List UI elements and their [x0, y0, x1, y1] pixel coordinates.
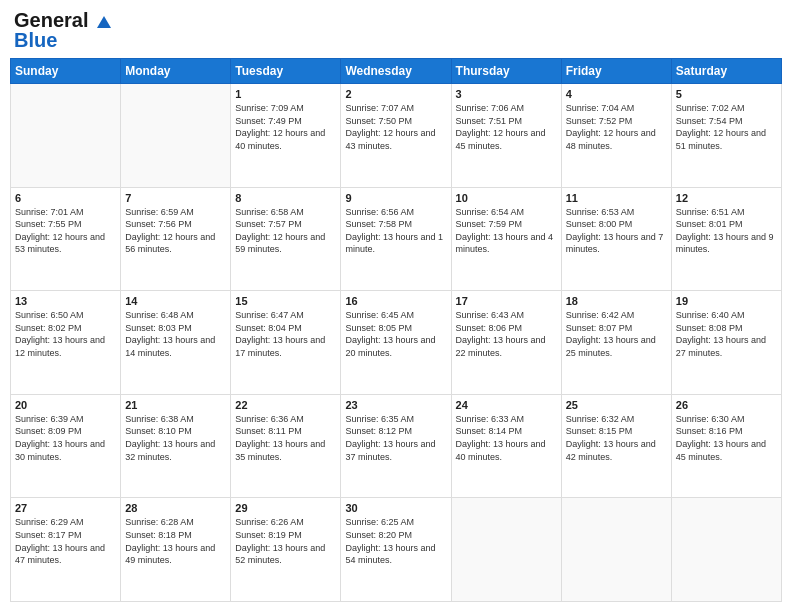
day-info: Sunrise: 6:39 AMSunset: 8:09 PMDaylight:… [15, 413, 116, 463]
calendar-cell: 8Sunrise: 6:58 AMSunset: 7:57 PMDaylight… [231, 187, 341, 291]
calendar-cell: 10Sunrise: 6:54 AMSunset: 7:59 PMDayligh… [451, 187, 561, 291]
week-row-4: 27Sunrise: 6:29 AMSunset: 8:17 PMDayligh… [11, 498, 782, 602]
day-info: Sunrise: 7:09 AMSunset: 7:49 PMDaylight:… [235, 102, 336, 152]
day-info: Sunrise: 6:32 AMSunset: 8:15 PMDaylight:… [566, 413, 667, 463]
day-number: 12 [676, 192, 777, 204]
day-info: Sunrise: 7:01 AMSunset: 7:55 PMDaylight:… [15, 206, 116, 256]
calendar-cell: 6Sunrise: 7:01 AMSunset: 7:55 PMDaylight… [11, 187, 121, 291]
weekday-row: SundayMondayTuesdayWednesdayThursdayFrid… [11, 59, 782, 84]
day-info: Sunrise: 6:50 AMSunset: 8:02 PMDaylight:… [15, 309, 116, 359]
day-info: Sunrise: 6:26 AMSunset: 8:19 PMDaylight:… [235, 516, 336, 566]
calendar-cell: 25Sunrise: 6:32 AMSunset: 8:15 PMDayligh… [561, 394, 671, 498]
calendar-cell: 26Sunrise: 6:30 AMSunset: 8:16 PMDayligh… [671, 394, 781, 498]
calendar-cell: 17Sunrise: 6:43 AMSunset: 8:06 PMDayligh… [451, 291, 561, 395]
day-number: 13 [15, 295, 116, 307]
page: General Blue SundayMondayTuesdayWednesda… [0, 0, 792, 612]
day-number: 16 [345, 295, 446, 307]
day-info: Sunrise: 6:53 AMSunset: 8:00 PMDaylight:… [566, 206, 667, 256]
logo-triangle-icon [97, 16, 111, 28]
calendar-cell: 28Sunrise: 6:28 AMSunset: 8:18 PMDayligh… [121, 498, 231, 602]
calendar-cell: 27Sunrise: 6:29 AMSunset: 8:17 PMDayligh… [11, 498, 121, 602]
day-info: Sunrise: 6:59 AMSunset: 7:56 PMDaylight:… [125, 206, 226, 256]
logo: General Blue [14, 10, 111, 50]
calendar-cell [671, 498, 781, 602]
day-info: Sunrise: 6:58 AMSunset: 7:57 PMDaylight:… [235, 206, 336, 256]
week-row-1: 6Sunrise: 7:01 AMSunset: 7:55 PMDaylight… [11, 187, 782, 291]
calendar-cell: 11Sunrise: 6:53 AMSunset: 8:00 PMDayligh… [561, 187, 671, 291]
calendar-body: 1Sunrise: 7:09 AMSunset: 7:49 PMDaylight… [11, 84, 782, 602]
day-info: Sunrise: 6:36 AMSunset: 8:11 PMDaylight:… [235, 413, 336, 463]
day-number: 29 [235, 502, 336, 514]
day-number: 8 [235, 192, 336, 204]
calendar-cell: 19Sunrise: 6:40 AMSunset: 8:08 PMDayligh… [671, 291, 781, 395]
week-row-3: 20Sunrise: 6:39 AMSunset: 8:09 PMDayligh… [11, 394, 782, 498]
calendar-cell: 13Sunrise: 6:50 AMSunset: 8:02 PMDayligh… [11, 291, 121, 395]
header: General Blue [10, 10, 782, 50]
day-number: 14 [125, 295, 226, 307]
weekday-header-friday: Friday [561, 59, 671, 84]
day-number: 26 [676, 399, 777, 411]
day-number: 2 [345, 88, 446, 100]
calendar-cell: 22Sunrise: 6:36 AMSunset: 8:11 PMDayligh… [231, 394, 341, 498]
calendar-cell: 12Sunrise: 6:51 AMSunset: 8:01 PMDayligh… [671, 187, 781, 291]
day-number: 22 [235, 399, 336, 411]
calendar-cell [561, 498, 671, 602]
day-number: 4 [566, 88, 667, 100]
day-info: Sunrise: 7:04 AMSunset: 7:52 PMDaylight:… [566, 102, 667, 152]
calendar-cell: 5Sunrise: 7:02 AMSunset: 7:54 PMDaylight… [671, 84, 781, 188]
calendar-cell: 1Sunrise: 7:09 AMSunset: 7:49 PMDaylight… [231, 84, 341, 188]
day-number: 27 [15, 502, 116, 514]
weekday-header-monday: Monday [121, 59, 231, 84]
week-row-2: 13Sunrise: 6:50 AMSunset: 8:02 PMDayligh… [11, 291, 782, 395]
day-number: 9 [345, 192, 446, 204]
day-number: 18 [566, 295, 667, 307]
day-info: Sunrise: 6:51 AMSunset: 8:01 PMDaylight:… [676, 206, 777, 256]
weekday-header-thursday: Thursday [451, 59, 561, 84]
calendar-cell: 9Sunrise: 6:56 AMSunset: 7:58 PMDaylight… [341, 187, 451, 291]
calendar-cell: 7Sunrise: 6:59 AMSunset: 7:56 PMDaylight… [121, 187, 231, 291]
calendar-cell: 23Sunrise: 6:35 AMSunset: 8:12 PMDayligh… [341, 394, 451, 498]
calendar-cell [451, 498, 561, 602]
calendar-cell: 20Sunrise: 6:39 AMSunset: 8:09 PMDayligh… [11, 394, 121, 498]
day-info: Sunrise: 6:28 AMSunset: 8:18 PMDaylight:… [125, 516, 226, 566]
day-info: Sunrise: 6:35 AMSunset: 8:12 PMDaylight:… [345, 413, 446, 463]
day-number: 19 [676, 295, 777, 307]
day-info: Sunrise: 6:48 AMSunset: 8:03 PMDaylight:… [125, 309, 226, 359]
day-number: 25 [566, 399, 667, 411]
day-info: Sunrise: 7:06 AMSunset: 7:51 PMDaylight:… [456, 102, 557, 152]
day-number: 15 [235, 295, 336, 307]
day-info: Sunrise: 6:42 AMSunset: 8:07 PMDaylight:… [566, 309, 667, 359]
day-info: Sunrise: 6:43 AMSunset: 8:06 PMDaylight:… [456, 309, 557, 359]
week-row-0: 1Sunrise: 7:09 AMSunset: 7:49 PMDaylight… [11, 84, 782, 188]
weekday-header-sunday: Sunday [11, 59, 121, 84]
day-number: 3 [456, 88, 557, 100]
day-info: Sunrise: 7:02 AMSunset: 7:54 PMDaylight:… [676, 102, 777, 152]
day-number: 5 [676, 88, 777, 100]
calendar-cell: 24Sunrise: 6:33 AMSunset: 8:14 PMDayligh… [451, 394, 561, 498]
calendar-cell [121, 84, 231, 188]
calendar-cell [11, 84, 121, 188]
calendar-cell: 2Sunrise: 7:07 AMSunset: 7:50 PMDaylight… [341, 84, 451, 188]
day-number: 17 [456, 295, 557, 307]
day-info: Sunrise: 6:25 AMSunset: 8:20 PMDaylight:… [345, 516, 446, 566]
day-number: 23 [345, 399, 446, 411]
day-number: 21 [125, 399, 226, 411]
day-info: Sunrise: 6:38 AMSunset: 8:10 PMDaylight:… [125, 413, 226, 463]
weekday-header-tuesday: Tuesday [231, 59, 341, 84]
calendar-cell: 29Sunrise: 6:26 AMSunset: 8:19 PMDayligh… [231, 498, 341, 602]
calendar-cell: 18Sunrise: 6:42 AMSunset: 8:07 PMDayligh… [561, 291, 671, 395]
day-info: Sunrise: 6:40 AMSunset: 8:08 PMDaylight:… [676, 309, 777, 359]
day-info: Sunrise: 6:29 AMSunset: 8:17 PMDaylight:… [15, 516, 116, 566]
calendar-cell: 15Sunrise: 6:47 AMSunset: 8:04 PMDayligh… [231, 291, 341, 395]
day-info: Sunrise: 6:56 AMSunset: 7:58 PMDaylight:… [345, 206, 446, 256]
day-info: Sunrise: 6:45 AMSunset: 8:05 PMDaylight:… [345, 309, 446, 359]
weekday-header-wednesday: Wednesday [341, 59, 451, 84]
calendar-cell: 16Sunrise: 6:45 AMSunset: 8:05 PMDayligh… [341, 291, 451, 395]
day-info: Sunrise: 6:30 AMSunset: 8:16 PMDaylight:… [676, 413, 777, 463]
day-info: Sunrise: 7:07 AMSunset: 7:50 PMDaylight:… [345, 102, 446, 152]
calendar-cell: 4Sunrise: 7:04 AMSunset: 7:52 PMDaylight… [561, 84, 671, 188]
day-number: 30 [345, 502, 446, 514]
day-info: Sunrise: 6:47 AMSunset: 8:04 PMDaylight:… [235, 309, 336, 359]
calendar-cell: 14Sunrise: 6:48 AMSunset: 8:03 PMDayligh… [121, 291, 231, 395]
calendar-cell: 30Sunrise: 6:25 AMSunset: 8:20 PMDayligh… [341, 498, 451, 602]
